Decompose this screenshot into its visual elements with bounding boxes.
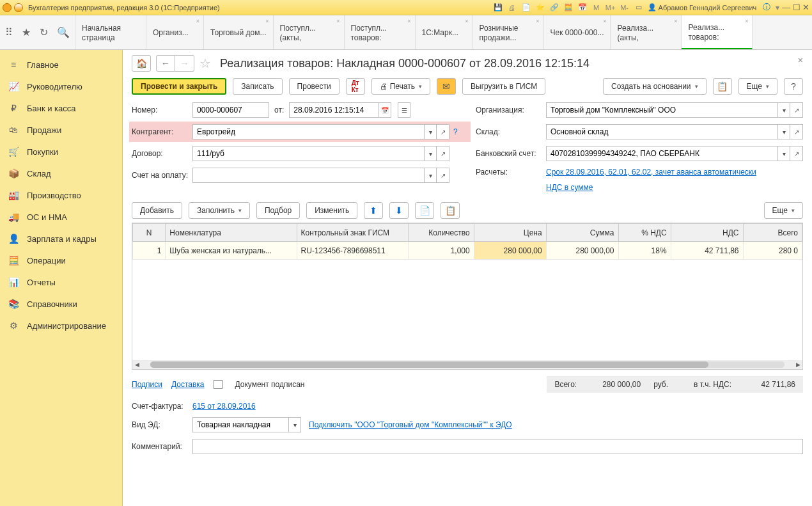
dropdown-icon[interactable]: ▾ xyxy=(424,146,437,161)
tab-6[interactable]: ×Розничные продажи... xyxy=(473,15,544,49)
sidebar-item-production[interactable]: 🏭Производство xyxy=(0,184,122,206)
warehouse-input[interactable] xyxy=(546,124,777,139)
structure-button[interactable]: 📋 xyxy=(713,78,732,95)
sidebar-item-bank[interactable]: ₽Банк и касса xyxy=(0,97,122,119)
sidebar-item-admin[interactable]: ⚙Администрирование xyxy=(0,315,122,336)
grid-hscrollbar[interactable]: ◀ ▶ xyxy=(132,360,802,369)
sidebar-item-catalogs[interactable]: 📚Справочники xyxy=(0,293,122,315)
forward-button[interactable]: → xyxy=(175,55,194,72)
tb-mminus-icon[interactable]: М- xyxy=(620,3,630,13)
gism-button[interactable]: Выгрузить в ГИСМ xyxy=(462,78,545,95)
delivery-link[interactable]: Доставка xyxy=(171,380,205,389)
copy-button[interactable]: 📄 xyxy=(415,202,434,219)
contract-input[interactable] xyxy=(192,146,424,161)
calendar-picker-icon[interactable]: 📅 xyxy=(379,102,391,118)
col-n[interactable]: N xyxy=(133,224,166,242)
vat-mode-link[interactable]: НДС в сумме xyxy=(546,183,593,192)
tb-print-icon[interactable]: 🖨 xyxy=(507,3,517,13)
paste-button[interactable]: 📋 xyxy=(441,202,460,219)
number-input[interactable] xyxy=(192,102,269,118)
open-icon[interactable]: ↗ xyxy=(790,146,803,161)
star-icon[interactable]: ★ xyxy=(22,26,31,38)
help-link-icon[interactable]: ? xyxy=(453,127,458,136)
fill-button[interactable]: Заполнить▾ xyxy=(189,202,250,219)
tab-1[interactable]: ×Организ... xyxy=(146,15,204,49)
tb-fav-icon[interactable]: ⭐ xyxy=(535,3,545,13)
help-button[interactable]: ? xyxy=(784,78,803,95)
open-icon[interactable]: ↗ xyxy=(437,124,449,139)
sf-link[interactable]: 615 от 28.09.2016 xyxy=(192,402,256,411)
maximize-button[interactable]: ☐ xyxy=(793,3,800,12)
tab-close-icon[interactable]: × xyxy=(196,18,199,24)
signed-checkbox[interactable] xyxy=(214,380,223,389)
tb-save-icon[interactable]: 💾 xyxy=(493,3,503,13)
table-more-button[interactable]: Еще▾ xyxy=(764,202,803,219)
cell-item[interactable]: Шуба женская из натураль... xyxy=(166,242,297,260)
sidebar-item-main[interactable]: ≡Главное xyxy=(0,54,122,75)
open-icon[interactable]: ↗ xyxy=(437,146,449,161)
tab-close-icon[interactable]: × xyxy=(674,18,677,24)
search-icon[interactable]: 🔍 xyxy=(57,26,70,38)
org-input[interactable] xyxy=(546,102,777,118)
signatures-link[interactable]: Подписи xyxy=(132,380,162,389)
list-mode-icon[interactable]: ☰ xyxy=(398,102,410,118)
history-icon[interactable]: ↻ xyxy=(40,26,48,38)
bank-input[interactable] xyxy=(546,146,777,161)
tab-close-icon[interactable]: × xyxy=(603,18,606,24)
ed-type-input[interactable] xyxy=(192,417,288,432)
col-price[interactable]: Цена xyxy=(474,224,546,242)
col-vat[interactable]: НДС xyxy=(671,224,743,242)
apps-icon[interactable]: ⠿ xyxy=(5,26,13,38)
tab-close-icon[interactable]: × xyxy=(265,18,269,24)
cell-gism[interactable]: RU-123456-7896698511 xyxy=(297,242,408,260)
tb-calc-icon[interactable]: 🧮 xyxy=(563,3,574,13)
back-button[interactable]: ← xyxy=(156,55,175,72)
invoice-input[interactable] xyxy=(192,168,424,183)
tab-close-icon[interactable]: × xyxy=(407,18,410,24)
tb-calendar-icon[interactable]: 📅 xyxy=(577,3,588,13)
tab-4[interactable]: ×Поступл... товаров: xyxy=(345,15,416,49)
table-row[interactable]: 1 Шуба женская из натураль... RU-123456-… xyxy=(133,242,802,260)
cell-n[interactable]: 1 xyxy=(133,242,166,260)
calc-link[interactable]: Срок 28.09.2016, 62.01, 62.02, зачет ава… xyxy=(546,168,756,177)
scroll-left-icon[interactable]: ◀ xyxy=(132,361,141,368)
move-up-button[interactable]: ⬆ xyxy=(364,202,383,219)
tab-3[interactable]: ×Поступл... (акты, xyxy=(274,15,345,49)
sidebar-item-assets[interactable]: 🚚ОС и НМА xyxy=(0,206,122,228)
tb-link-icon[interactable]: 🔗 xyxy=(549,3,559,13)
tb-mplus-icon[interactable]: М+ xyxy=(605,3,616,13)
dropdown-icon[interactable]: ▾ xyxy=(777,124,790,139)
home-button[interactable]: 🏠 xyxy=(132,55,151,72)
app-icon-dropdown[interactable] xyxy=(14,3,23,12)
create-based-button[interactable]: Создать на основании▾ xyxy=(603,78,707,95)
tab-home[interactable]: Начальная страница xyxy=(75,15,146,49)
dropdown-icon[interactable]: ▾ xyxy=(777,102,790,118)
email-button[interactable]: ✉ xyxy=(437,78,456,95)
dtct-button[interactable]: ДтКт xyxy=(346,78,365,95)
cell-total[interactable]: 280 0 xyxy=(743,242,802,260)
print-button[interactable]: 🖨 Печать▾ xyxy=(371,78,430,95)
open-icon[interactable]: ↗ xyxy=(790,124,803,139)
cell-vatp[interactable]: 18% xyxy=(618,242,671,260)
minimize-button[interactable]: — xyxy=(782,3,790,12)
tb-panels-icon[interactable]: ▭ xyxy=(634,3,644,13)
tb-m-icon[interactable]: М xyxy=(591,3,602,13)
tab-8[interactable]: ×Реализа... (акты, xyxy=(611,15,682,49)
scroll-right-icon[interactable]: ▶ xyxy=(793,361,802,368)
col-qty[interactable]: Количество xyxy=(409,224,474,242)
tb-doc-icon[interactable]: 📄 xyxy=(521,3,531,13)
sidebar-item-warehouse[interactable]: 📦Склад xyxy=(0,162,122,184)
col-gism[interactable]: Контрольный знак ГИСМ xyxy=(297,224,408,242)
col-vatp[interactable]: % НДС xyxy=(618,224,671,242)
cell-qty[interactable]: 1,000 xyxy=(409,242,474,260)
tab-close-icon[interactable]: × xyxy=(465,18,468,24)
write-button[interactable]: Записать xyxy=(233,78,282,95)
sidebar-item-manager[interactable]: 📈Руководителю xyxy=(0,75,122,97)
counterparty-input[interactable] xyxy=(192,124,424,139)
tab-9-active[interactable]: ×Реализа... товаров: xyxy=(682,15,753,49)
dropdown-icon[interactable]: ▾ xyxy=(777,146,790,161)
open-icon[interactable]: ↗ xyxy=(437,168,449,183)
col-sum[interactable]: Сумма xyxy=(546,224,618,242)
open-icon[interactable]: ↗ xyxy=(790,102,803,118)
sidebar-item-reports[interactable]: 📊Отчеты xyxy=(0,271,122,293)
